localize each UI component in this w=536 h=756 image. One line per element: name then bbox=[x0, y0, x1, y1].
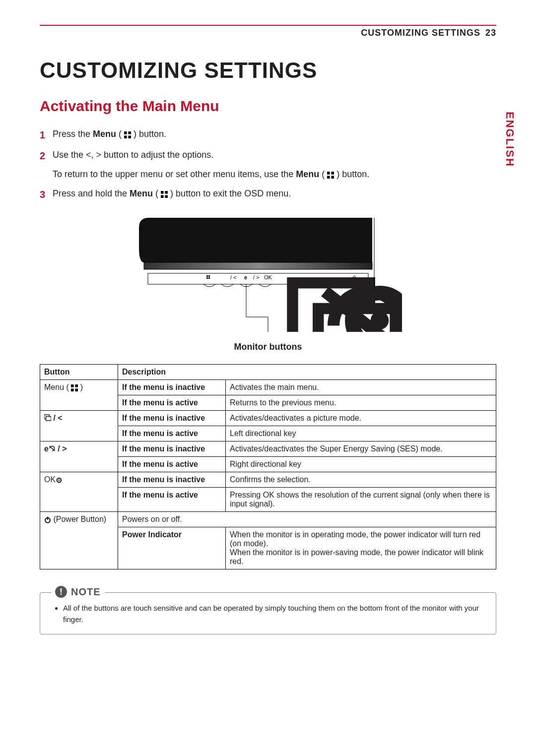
manual-page: CUSTOMIZING SETTINGS 23 ENGLISH CUSTOMIZ… bbox=[0, 0, 536, 756]
svg-rect-11 bbox=[144, 262, 372, 269]
section-title: Activating the Main Menu bbox=[40, 98, 496, 115]
step-1: 1 Press the Menu ( ) button. bbox=[40, 126, 496, 143]
language-tab: ENGLISH bbox=[503, 112, 516, 167]
running-header: CUSTOMIZING SETTINGS 23 bbox=[40, 28, 496, 38]
step-3: 3 Press and hold the Menu ( ) button to … bbox=[40, 186, 496, 203]
diagram-caption: Monitor buttons bbox=[40, 342, 496, 352]
svg-rect-13 bbox=[206, 275, 208, 277]
table-row: Menu ( ) If the menu is inactive Activat… bbox=[40, 380, 496, 395]
steps-list: 1 Press the Menu ( ) button. 2 Use the <… bbox=[40, 126, 496, 203]
header-section: CUSTOMIZING SETTINGS bbox=[361, 28, 480, 38]
svg-text:OK: OK bbox=[264, 274, 272, 280]
table-row: e / > If the menu is inactive Activates/… bbox=[40, 441, 496, 457]
menu-icon bbox=[124, 127, 131, 142]
table-row: / < If the menu is inactive Activates/de… bbox=[40, 411, 496, 426]
note-label: NOTE bbox=[71, 586, 101, 598]
monitor-diagram: / < e/ > OK bbox=[134, 218, 402, 334]
menu-icon bbox=[327, 167, 334, 183]
power-icon bbox=[44, 515, 51, 524]
cell-button-picture: / < bbox=[40, 411, 118, 441]
cell-button-menu: Menu ( ) bbox=[40, 380, 118, 411]
note-icon: ! bbox=[55, 586, 67, 598]
svg-rect-15 bbox=[206, 277, 208, 279]
table-header-row: Button Description bbox=[40, 365, 496, 380]
step-2: 2 Use the <, > button to adjust the opti… bbox=[40, 147, 496, 182]
svg-rect-16 bbox=[208, 277, 210, 279]
top-rule bbox=[40, 25, 496, 26]
button-table: Button Description Menu ( ) If the menu … bbox=[40, 364, 496, 569]
eco-icon bbox=[49, 445, 56, 454]
cell-button-eco: e / > bbox=[40, 441, 118, 472]
page-title: CUSTOMIZING SETTINGS bbox=[40, 58, 496, 83]
svg-text:/ <: / < bbox=[230, 274, 237, 280]
note-item: All of the buttons are touch sensitive a… bbox=[63, 603, 482, 625]
svg-text:e: e bbox=[244, 274, 247, 280]
svg-rect-14 bbox=[208, 275, 210, 277]
table-row: (Power Button) Powers on or off. bbox=[40, 512, 496, 527]
th-button: Button bbox=[40, 365, 118, 380]
note-badge: ! NOTE bbox=[51, 586, 105, 598]
th-description: Description bbox=[118, 365, 496, 380]
picture-mode-icon bbox=[44, 414, 51, 423]
note-box: ! NOTE All of the buttons are touch sens… bbox=[40, 592, 496, 634]
menu-icon bbox=[161, 187, 168, 202]
cell-button-ok: OK bbox=[40, 472, 118, 512]
header-page-number: 23 bbox=[485, 28, 496, 38]
menu-icon bbox=[71, 383, 78, 392]
cell-button-power: (Power Button) bbox=[40, 512, 118, 569]
table-row: OK If the menu is inactive Confirms the … bbox=[40, 472, 496, 488]
ok-icon bbox=[56, 476, 63, 485]
svg-text:/ >: / > bbox=[253, 274, 260, 280]
